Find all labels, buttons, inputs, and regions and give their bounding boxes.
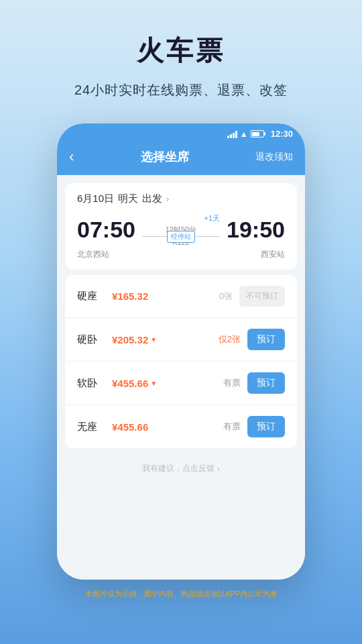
- ticket-availability-no-seat: 有票: [223, 421, 241, 433]
- price-dropdown-icon-soft: ▼: [150, 380, 157, 387]
- price-dropdown-icon: ▼: [150, 336, 157, 343]
- ticket-price-soft-sleeper: ¥455.66 ▼: [112, 378, 223, 389]
- signal-icon: [227, 130, 237, 138]
- refund-notice-button[interactable]: 退改须知: [255, 151, 293, 163]
- ticket-availability-hard-sleeper: 仅2张: [219, 333, 241, 345]
- train-day-label: 明天: [118, 193, 138, 205]
- arrival-station: 西安站: [261, 249, 285, 260]
- departure-block: 07:50: [77, 217, 135, 243]
- unavailable-tag-hard-seat: 不可预订: [239, 286, 285, 307]
- book-button-soft-sleeper[interactable]: 预订: [247, 372, 285, 394]
- page-subtitle: 24小时实时在线购票、退票、改签: [74, 81, 288, 99]
- ticket-count-hard-seat: 0张: [219, 290, 233, 303]
- ticket-price-hard-seat: ¥165.32: [112, 290, 219, 302]
- ticket-row-hard-seat: 硬座 ¥165.32 0张 不可预订: [65, 275, 297, 318]
- ticket-type-hard-seat: 硬座: [77, 290, 112, 303]
- train-middle: +1天 12时50分 经停站 K122: [142, 213, 220, 246]
- train-date: 6月10日: [77, 193, 114, 205]
- train-date-row: 6月10日 明天 出发 ›: [77, 193, 285, 205]
- ticket-price-hard-sleeper: ¥205.32 ▼: [112, 334, 219, 345]
- status-time: 12:30: [271, 129, 293, 139]
- wifi-icon: ▲: [240, 129, 248, 139]
- ticket-row-hard-sleeper: 硬卧 ¥205.32 ▼ 仅2张 预订: [65, 318, 297, 362]
- ticket-availability-soft-sleeper: 有票: [223, 377, 241, 389]
- status-bar: ▲ 12:30: [57, 123, 305, 142]
- main-content: 6月10日 明天 出发 › 07:50 +1天 12时50分 经停站 K122: [57, 175, 305, 580]
- header-title: 选择坐席: [141, 149, 189, 165]
- plus-day-label: +1天: [204, 213, 220, 223]
- arrival-block: 19:50: [227, 217, 285, 243]
- ticket-price-no-seat: ¥455.66: [112, 421, 223, 433]
- departure-station: 北京西站: [77, 249, 109, 260]
- stations-row: 北京西站 西安站: [77, 249, 285, 260]
- feedback-chevron-icon: ›: [217, 464, 220, 474]
- ticket-type-hard-sleeper: 硬卧: [77, 333, 112, 346]
- book-button-no-seat[interactable]: 预订: [247, 416, 285, 437]
- train-info-card: 6月10日 明天 出发 › 07:50 +1天 12时50分 经停站 K122: [65, 183, 297, 270]
- train-depart-label: 出发: [142, 193, 162, 205]
- back-button[interactable]: ‹: [69, 148, 74, 166]
- status-icons: ▲ 12:30: [227, 129, 293, 139]
- page-title: 火车票: [137, 32, 225, 69]
- route-line: 经停站: [142, 236, 220, 237]
- phone-mockup: ▲ 12:30 ‹ 选择坐席 退改须知 6月10日 明天 出发 ›: [57, 123, 305, 580]
- battery-icon: [251, 130, 265, 138]
- app-header: ‹ 选择坐席 退改须知: [57, 142, 305, 175]
- arrival-time: 19:50: [227, 217, 285, 243]
- chevron-right-icon: ›: [166, 194, 169, 204]
- feedback-row[interactable]: 我有建议，点击反馈 ›: [57, 453, 305, 484]
- ticket-row-soft-sleeper: 软卧 ¥455.66 ▼ 有票 预订: [65, 362, 297, 405]
- tickets-card: 硬座 ¥165.32 0张 不可预订 硬卧 ¥205.32 ▼ 仅2张 预订 软…: [65, 275, 297, 448]
- stop-badge[interactable]: 经停站: [167, 231, 195, 243]
- feedback-label: 我有建议，点击反馈: [142, 463, 215, 474]
- ticket-row-no-seat: 无座 ¥455.66 有票 预订: [65, 405, 297, 448]
- book-button-hard-sleeper[interactable]: 预订: [247, 329, 285, 350]
- ticket-type-soft-sleeper: 软卧: [77, 377, 112, 390]
- departure-time: 07:50: [77, 217, 135, 243]
- ticket-type-no-seat: 无座: [77, 421, 112, 433]
- train-times-row: 07:50 +1天 12时50分 经停站 K122 19:50: [77, 213, 285, 246]
- footer-disclaimer: 本图片仅为示例，图中内容、商品或活动以APP内公示为准: [0, 582, 362, 606]
